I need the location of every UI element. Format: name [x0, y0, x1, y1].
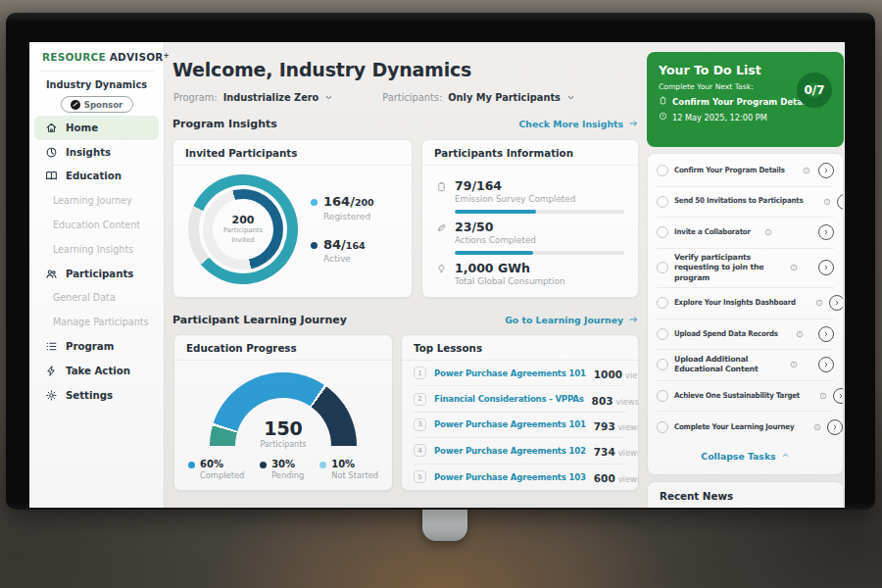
- legend-label: Pending: [271, 470, 304, 480]
- lesson-link[interactable]: Power Purchase Agreements 103: [434, 472, 586, 482]
- legend-total: 200: [355, 197, 374, 208]
- views-label: views: [618, 474, 639, 484]
- logo-part-resource: RESOURCE: [42, 51, 106, 63]
- info-icon[interactable]: [819, 392, 827, 400]
- sidebar-item-learning-insights[interactable]: Learning Insights: [29, 237, 164, 262]
- participants-filter-value: Only My Participants: [448, 92, 561, 103]
- task-chevron-button[interactable]: [818, 224, 834, 240]
- todo-task-row[interactable]: Complete Your Learning Journey: [657, 412, 834, 443]
- todo-task-row[interactable]: Achieve One Sustainability Target: [657, 381, 834, 413]
- donut-center-label: Participants Invited: [223, 226, 263, 244]
- legend-dot: [311, 199, 318, 206]
- task-chevron-button[interactable]: [818, 260, 834, 275]
- stat-global-consumption: 1,000 GWh Total Global Consumption: [436, 261, 624, 286]
- task-checkbox[interactable]: [657, 196, 668, 208]
- sidebar-item-general-data[interactable]: General Data: [29, 286, 164, 311]
- sidebar-item-program[interactable]: Program: [29, 334, 164, 359]
- go-to-learning-journey-link[interactable]: Go to Learning Journey: [505, 315, 639, 326]
- todo-task-row[interactable]: Upload Additional Educational Content: [657, 350, 834, 381]
- stat-value: 1,000 GWh: [455, 261, 624, 275]
- lesson-link[interactable]: Power Purchase Agreements 101: [434, 368, 586, 378]
- todo-tasks-card: Confirm Your Program Details Send 50 Inv…: [647, 153, 844, 475]
- bulb-icon: [436, 264, 447, 286]
- todo-due-date: 12 May 2025, 12:00 PM: [659, 112, 832, 122]
- sidebar-item-home[interactable]: Home: [34, 116, 159, 140]
- task-chevron-button[interactable]: [833, 388, 844, 404]
- sponsor-badge[interactable]: Sponsor: [61, 96, 133, 113]
- stat-value: 23/50: [455, 220, 624, 234]
- task-label: Achieve One Sustainability Target: [674, 391, 800, 402]
- clipboard-icon: [659, 96, 667, 107]
- leaf-icon: [436, 222, 447, 255]
- sidebar-item-insights[interactable]: Insights: [29, 140, 164, 165]
- task-chevron-button[interactable]: [837, 194, 844, 210]
- logo-part-advisor: ADVISOR: [110, 51, 164, 63]
- legend-item-completed: 60% Completed: [188, 459, 244, 480]
- progress-fill: [455, 251, 533, 255]
- participants-filter[interactable]: Participants: Only My Participants: [382, 92, 575, 103]
- sidebar-item-take-action[interactable]: Take Action: [29, 359, 164, 383]
- todo-progress-ring: 0/7: [797, 73, 832, 108]
- program-filter[interactable]: Program: Industrialize Zero: [173, 92, 333, 103]
- task-checkbox[interactable]: [657, 390, 668, 402]
- lesson-views-count: 793: [594, 420, 615, 432]
- program-insights-header: Program Insights Check More Insights: [172, 118, 639, 130]
- clock-icon: [659, 112, 667, 122]
- lesson-link[interactable]: Financial Considerations - VPPAs: [434, 394, 584, 404]
- task-chevron-button[interactable]: [818, 163, 834, 178]
- lesson-row: 3 Power Purchase Agreements 101 793views: [414, 413, 626, 438]
- todo-counter: 0/7: [804, 83, 824, 97]
- info-icon[interactable]: [815, 299, 823, 307]
- task-checkbox[interactable]: [657, 359, 668, 370]
- progress-bar: [455, 210, 624, 214]
- home-icon: [45, 122, 58, 134]
- sidebar-item-education-content[interactable]: Education Content: [29, 213, 164, 237]
- todo-task-row[interactable]: Explore Your Insights Dashboard: [657, 288, 834, 319]
- info-icon[interactable]: [764, 228, 772, 236]
- gear-icon: [45, 389, 58, 402]
- lesson-views-count: 600: [594, 472, 615, 484]
- check-more-insights-link[interactable]: Check More Insights: [519, 119, 640, 130]
- todo-task-row[interactable]: Send 50 Invitations to Participants: [657, 187, 834, 219]
- participants-filter-label: Participants:: [382, 92, 442, 103]
- task-chevron-button[interactable]: [829, 295, 844, 311]
- info-icon[interactable]: [823, 198, 831, 206]
- todo-task-row[interactable]: Confirm Your Program Details: [657, 156, 834, 187]
- task-checkbox[interactable]: [657, 297, 668, 309]
- info-icon[interactable]: [813, 423, 821, 431]
- task-checkbox[interactable]: [657, 421, 668, 433]
- legend-total: 164: [346, 240, 366, 251]
- lesson-link[interactable]: Power Purchase Agreements 102: [434, 446, 586, 456]
- task-checkbox[interactable]: [657, 262, 668, 273]
- task-checkbox[interactable]: [657, 165, 668, 176]
- lesson-row: 5 Power Purchase Agreements 103 600views: [414, 465, 626, 490]
- sidebar-item-learning-journey[interactable]: Learning Journey: [29, 188, 164, 213]
- stat-label: Emission Survey Completed: [455, 194, 624, 204]
- todo-task-row[interactable]: Invite a Collaborator: [657, 218, 834, 249]
- task-label: Explore Your Insights Dashboard: [674, 298, 796, 309]
- task-chevron-button[interactable]: [818, 326, 834, 342]
- todo-task-row[interactable]: Verify participants requesting to join t…: [657, 249, 834, 289]
- task-chevron-button[interactable]: [827, 419, 843, 435]
- lesson-row: 1 Power Purchase Agreements 101 1000view…: [414, 361, 626, 386]
- info-icon[interactable]: [790, 361, 798, 368]
- stat-actions-completed: 23/50 Actions Completed: [436, 220, 624, 255]
- task-label: Upload Spend Data Records: [674, 329, 778, 340]
- sidebar-item-education[interactable]: Education: [29, 165, 164, 189]
- task-checkbox[interactable]: [657, 328, 668, 340]
- collapse-tasks-link[interactable]: Collapse Tasks: [657, 443, 834, 470]
- card-title: Participants Information: [422, 140, 638, 166]
- sidebar-item-settings[interactable]: Settings: [29, 383, 164, 408]
- legend-value: 84/: [323, 237, 346, 252]
- lesson-link[interactable]: Power Purchase Agreements 101: [434, 419, 586, 429]
- info-icon[interactable]: [790, 264, 798, 271]
- sidebar-item-manage-participants[interactable]: Manage Participants: [29, 310, 164, 334]
- info-icon[interactable]: [796, 330, 804, 338]
- sidebar-item-participants[interactable]: Participants: [29, 262, 164, 286]
- legend-dot: [311, 242, 318, 249]
- chevron-down-icon: [566, 93, 575, 102]
- todo-task-row[interactable]: Upload Spend Data Records: [657, 319, 834, 351]
- task-chevron-button[interactable]: [818, 357, 834, 372]
- task-checkbox[interactable]: [657, 226, 668, 238]
- info-icon[interactable]: [803, 167, 810, 174]
